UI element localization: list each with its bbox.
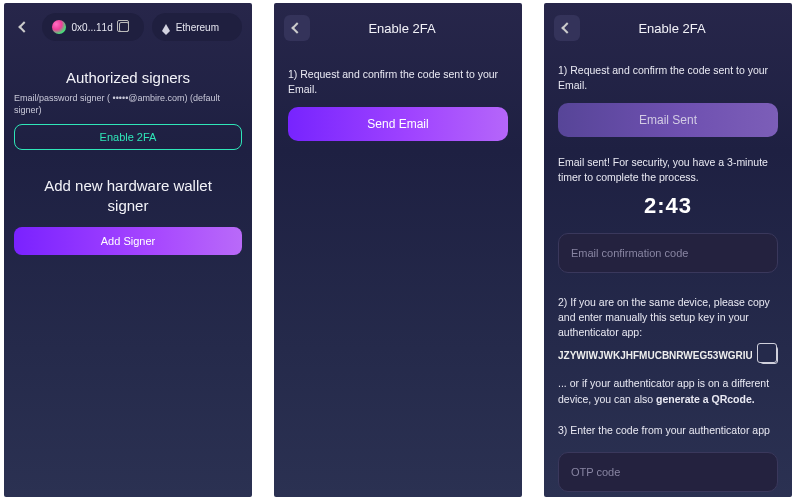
- timer-value: 2:43: [544, 193, 792, 219]
- timer-message: Email sent! For security, you have a 3-m…: [544, 155, 792, 184]
- back-button[interactable]: [554, 15, 580, 41]
- network-pill[interactable]: Ethereum: [152, 13, 242, 41]
- chevron-left-icon: [20, 23, 28, 31]
- top-bar: Enable 2FA: [544, 3, 792, 49]
- address-short: 0x0...11d: [72, 22, 113, 33]
- enable-2fa-button[interactable]: Enable 2FA: [14, 124, 242, 150]
- qr-line: ... or if your authenticator app is on a…: [544, 376, 792, 406]
- page-title: Enable 2FA: [588, 21, 756, 36]
- email-sent-button[interactable]: Email Sent: [558, 103, 778, 137]
- account-pill[interactable]: 0x0...11d: [42, 13, 144, 41]
- copy-icon[interactable]: [119, 22, 129, 32]
- step3-text: 3) Enter the code from your authenticato…: [544, 423, 792, 438]
- otp-input[interactable]: OTP code: [558, 452, 778, 492]
- signer-description: Email/password signer ( •••••@ambire.com…: [4, 92, 252, 116]
- top-bar: 0x0...11d Ethereum: [4, 3, 252, 47]
- back-button[interactable]: [14, 17, 34, 37]
- chevron-left-icon: [293, 24, 301, 32]
- setup-key-row: JZYWIWJWKJHFMUCBNRWEG53WGRIUMUJ2: [544, 340, 792, 364]
- chevron-left-icon: [563, 24, 571, 32]
- step1-text: 1) Request and confirm the code sent to …: [274, 67, 522, 97]
- generate-qr-link[interactable]: generate a QRcode.: [656, 393, 755, 405]
- signers-screen: 0x0...11d Ethereum Authorized signers Em…: [4, 3, 252, 497]
- add-signer-button[interactable]: Add Signer: [14, 227, 242, 255]
- setup-key-value: JZYWIWJWKJHFMUCBNRWEG53WGRIUMUJ2: [558, 350, 752, 361]
- step1-text: 1) Request and confirm the code sent to …: [544, 63, 792, 93]
- copy-key-button[interactable]: [760, 346, 778, 364]
- back-button[interactable]: [284, 15, 310, 41]
- top-bar: Enable 2FA: [274, 3, 522, 49]
- send-email-button[interactable]: Send Email: [288, 107, 508, 141]
- email-code-input[interactable]: Email confirmation code: [558, 233, 778, 273]
- network-label: Ethereum: [176, 22, 219, 33]
- authorized-signers-heading: Authorized signers: [4, 69, 252, 86]
- add-hardware-heading: Add new hardware wallet signer: [4, 176, 252, 215]
- step2-text: 2) If you are on the same device, please…: [544, 295, 792, 341]
- enable-2fa-step1-screen: Enable 2FA 1) Request and confirm the co…: [274, 3, 522, 497]
- avatar-icon: [52, 20, 66, 34]
- page-title: Enable 2FA: [318, 21, 486, 36]
- ethereum-icon: [162, 24, 170, 31]
- enable-2fa-confirm-screen: Enable 2FA 1) Request and confirm the co…: [544, 3, 792, 497]
